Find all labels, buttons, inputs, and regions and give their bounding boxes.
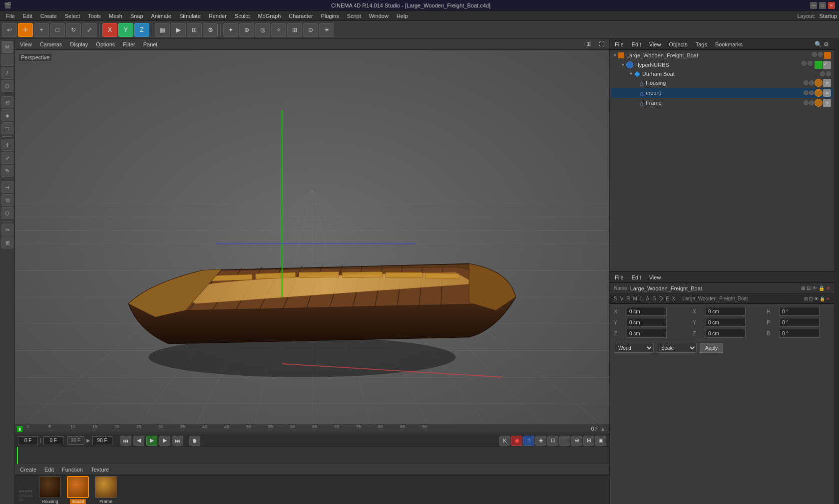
tag-mount-1[interactable]	[815, 89, 823, 97]
vp-expand-btn[interactable]: ⊞	[583, 40, 594, 48]
frame-input2[interactable]	[43, 436, 63, 445]
attr-settings-icon[interactable]: ⊡	[807, 285, 811, 291]
end-frame-input[interactable]	[92, 436, 112, 445]
input-p[interactable]	[780, 318, 820, 327]
light2-btn[interactable]: ☀	[319, 23, 334, 37]
grid2-btn[interactable]: ⊞	[583, 436, 594, 446]
viewport[interactable]: Perspective	[15, 50, 609, 424]
menu-script[interactable]: Script	[343, 12, 365, 20]
attr-menu-file[interactable]: File	[613, 273, 626, 281]
tree-item-hypernurbs[interactable]: ▼ HyperNURBS ✓	[611, 60, 833, 70]
attr-menu-view[interactable]: View	[647, 273, 663, 281]
obj-menu-objects[interactable]: Objects	[667, 40, 689, 48]
mat-menu-function[interactable]: Function	[60, 466, 85, 474]
menu-animate[interactable]: Animate	[147, 12, 175, 20]
goto-end-btn[interactable]: ⏭	[172, 436, 183, 446]
x-axis-btn[interactable]: X	[102, 23, 117, 37]
deform-btn[interactable]: ✦	[223, 23, 238, 37]
expand-hypernurbs[interactable]: ▼	[621, 62, 625, 67]
render-region-btn[interactable]: ▦	[155, 23, 170, 37]
input-h[interactable]	[780, 307, 820, 316]
poly-mode-btn[interactable]: ⬡	[1, 80, 13, 92]
tag-mount-2[interactable]: ⊞	[823, 89, 831, 97]
mat-menu-edit[interactable]: Edit	[42, 466, 56, 474]
mat-menu-create[interactable]: Create	[18, 466, 38, 474]
input-x1[interactable]	[627, 307, 667, 316]
timeline-mode-btn[interactable]: ▣	[595, 436, 606, 446]
input-z1[interactable]	[627, 329, 667, 338]
visibility-dot-durham-1[interactable]	[820, 71, 825, 76]
select-all-btn[interactable]: ⊡	[1, 96, 13, 108]
menu-render[interactable]: Render	[205, 12, 231, 20]
timeline-ruler[interactable]: ▮ 0 5 10 15 20 25 30 35 40 45 50 55 60 6…	[15, 424, 609, 434]
menu-select[interactable]: Select	[61, 12, 84, 20]
tag-housing-1[interactable]	[815, 79, 823, 87]
render-view-btn[interactable]: ⊞	[187, 23, 202, 37]
rect-select-btn[interactable]: □	[1, 122, 13, 134]
move-tool[interactable]: ✛	[18, 23, 33, 37]
light-btn[interactable]: ✧	[271, 23, 286, 37]
add-button[interactable]: +	[34, 23, 49, 37]
model-mode-btn[interactable]: M	[1, 41, 13, 53]
tree-item-mount[interactable]: △ mount ⊞	[611, 88, 833, 98]
scale-dropdown[interactable]: Scale	[657, 343, 697, 353]
color-chip-root[interactable]	[824, 52, 831, 59]
attr-close-icon[interactable]: ✕	[826, 285, 830, 291]
z-axis-btn[interactable]: Z	[134, 23, 149, 37]
param-btn[interactable]: ⊕	[571, 436, 582, 446]
bridge-btn[interactable]: ⊞	[1, 237, 13, 249]
record-btn[interactable]: ⏺	[189, 436, 200, 446]
attr-ctrl-5[interactable]: ✕	[826, 296, 830, 301]
right-scrollbar[interactable]	[834, 39, 839, 504]
menu-character[interactable]: Character	[285, 12, 317, 20]
tree-item-durham[interactable]: ▼ 🔷 Durham Boat	[611, 70, 833, 78]
character-btn[interactable]: ⊕	[239, 23, 254, 37]
dot-mount-1[interactable]	[804, 90, 809, 95]
goto-start-btn[interactable]: ⏮	[120, 436, 131, 446]
menu-simulate[interactable]: Simulate	[175, 12, 205, 20]
obj-menu-bookmarks[interactable]: Bookmarks	[713, 40, 745, 48]
attr-ctrl-4[interactable]: 🔒	[820, 296, 825, 301]
vp-menu-filter[interactable]: Filter	[120, 40, 138, 48]
maximize-button[interactable]: □	[819, 2, 826, 9]
dot-mount-2[interactable]	[809, 90, 814, 95]
close-button[interactable]: ✕	[828, 2, 835, 9]
vp-menu-cameras[interactable]: Cameras	[37, 40, 65, 48]
keyframe-btn[interactable]: ◈	[535, 436, 546, 446]
knife-btn[interactable]: ✂	[1, 224, 13, 236]
dot-housing-1[interactable]	[804, 80, 809, 85]
menu-file[interactable]: File	[2, 12, 19, 20]
mirror-btn[interactable]: ⊣	[1, 181, 13, 193]
tag-housing-2[interactable]: ⊞	[823, 79, 831, 87]
attr-link-icon[interactable]: ⊞	[801, 285, 805, 291]
material-frame[interactable]: Frame	[94, 475, 118, 504]
tag-green[interactable]	[815, 61, 823, 69]
visibility-dot-durham-2[interactable]	[826, 71, 831, 76]
menu-tools[interactable]: Tools	[84, 12, 105, 20]
object-mode-btn[interactable]: ⊙	[303, 23, 318, 37]
obj-menu-view[interactable]: View	[647, 40, 663, 48]
undo-button[interactable]: ↩	[2, 23, 17, 37]
tag-frame-1[interactable]	[815, 99, 823, 107]
grid-btn[interactable]: ⊞	[287, 23, 302, 37]
visibility-dot-1[interactable]	[812, 52, 817, 57]
key-mode-btn[interactable]: K	[499, 436, 510, 446]
input-y1[interactable]	[627, 318, 667, 327]
attr-visibility-icon[interactable]: 👁	[812, 285, 817, 291]
obj-menu-edit[interactable]: Edit	[630, 40, 643, 48]
vp-menu-options[interactable]: Options	[93, 40, 118, 48]
scale-btn[interactable]: ⤢	[1, 152, 13, 164]
input-b[interactable]	[780, 329, 820, 338]
scale-button2[interactable]: ⤢	[82, 23, 97, 37]
minimize-button[interactable]: —	[810, 2, 817, 9]
dot-frame-1[interactable]	[804, 100, 809, 105]
curve-btn[interactable]: ⌒	[559, 436, 570, 446]
search-icon[interactable]: 🔍	[815, 41, 822, 48]
expand-durham[interactable]: ▼	[629, 71, 633, 76]
visibility-dot-hypernurbs-1[interactable]	[802, 61, 807, 66]
expand-root[interactable]: ▼	[613, 53, 617, 58]
extrude-btn[interactable]: ⊡	[1, 194, 13, 206]
input-x2[interactable]	[706, 307, 746, 316]
motion-clip-btn[interactable]: ⊡	[547, 436, 558, 446]
vp-menu-display[interactable]: Display	[67, 40, 91, 48]
